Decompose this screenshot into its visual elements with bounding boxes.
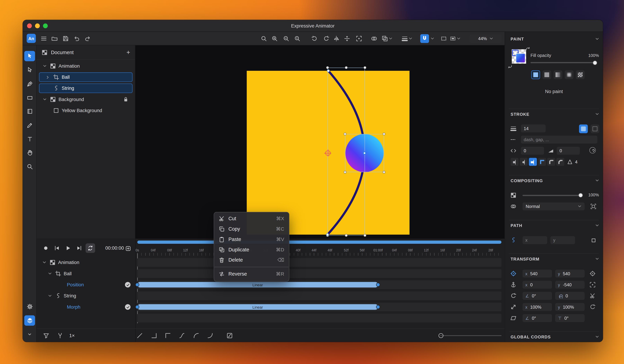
ruler-label[interactable]: 08f bbox=[408, 248, 413, 252]
easing-in-out-button[interactable] bbox=[178, 331, 186, 340]
add-document-button[interactable]: + bbox=[126, 49, 130, 55]
selection-handle[interactable] bbox=[383, 133, 385, 135]
fill-opacity-slider[interactable] bbox=[530, 62, 597, 63]
library-tool[interactable] bbox=[24, 106, 35, 117]
join-round-button[interactable] bbox=[547, 158, 555, 166]
keyframe-dot[interactable] bbox=[135, 305, 139, 309]
chevron-right-icon[interactable] bbox=[45, 75, 51, 79]
join-bevel-button[interactable] bbox=[556, 158, 564, 166]
rotation-turns-field[interactable]: 0 bbox=[555, 292, 585, 300]
go-to-end-button[interactable] bbox=[75, 243, 84, 253]
direct-select-tool[interactable] bbox=[24, 65, 35, 75]
insert-keyframe-button[interactable] bbox=[124, 244, 133, 253]
select-marquee-button[interactable] bbox=[439, 34, 448, 43]
uniform-scale-button[interactable] bbox=[589, 303, 597, 311]
snap-button[interactable] bbox=[420, 34, 429, 43]
cap-round-button[interactable] bbox=[520, 158, 528, 166]
paint-type-radial-gradient-button[interactable] bbox=[565, 71, 574, 79]
document-panel-header[interactable]: Document + bbox=[37, 45, 135, 60]
menu-item-delete[interactable]: Delete ⌫ bbox=[214, 255, 289, 265]
ruler-label[interactable]: 16f bbox=[199, 248, 204, 252]
selection-handle[interactable] bbox=[364, 234, 366, 237]
playback-rate[interactable]: 1× bbox=[69, 331, 75, 340]
pencil-tool[interactable] bbox=[24, 120, 35, 130]
easing-custom-button[interactable] bbox=[225, 331, 234, 340]
ruler-label[interactable]: 04f bbox=[392, 248, 397, 252]
dash-offset-field[interactable]: 0 bbox=[521, 147, 544, 155]
chevron-down-icon[interactable] bbox=[47, 295, 52, 297]
ruler-label[interactable]: 48f bbox=[328, 248, 332, 252]
shape-tool[interactable] bbox=[24, 93, 35, 103]
stroke-section-header[interactable]: STROKE bbox=[511, 110, 599, 118]
track-lane[interactable] bbox=[137, 291, 501, 300]
layer-row-animation[interactable]: Animation bbox=[39, 61, 132, 71]
snap-options-button[interactable] bbox=[429, 34, 435, 43]
undo-button[interactable] bbox=[72, 34, 81, 43]
menu-item-paste[interactable]: Paste ⌘V bbox=[214, 234, 289, 245]
paint-type-linear-gradient-button[interactable] bbox=[553, 71, 562, 79]
path-x-input[interactable] bbox=[525, 238, 544, 243]
paint-type-solid-button[interactable] bbox=[531, 71, 540, 79]
opacity-knob[interactable] bbox=[578, 193, 583, 197]
close-path-button[interactable] bbox=[589, 236, 597, 244]
canvas[interactable] bbox=[135, 45, 505, 239]
hand-tool[interactable] bbox=[24, 147, 35, 158]
align-vertical-center-button[interactable] bbox=[342, 34, 352, 43]
zoom-out-button[interactable] bbox=[281, 34, 291, 43]
help-button[interactable] bbox=[589, 147, 596, 153]
swap-fill-stroke-icon[interactable] bbox=[507, 64, 512, 69]
keyframe-span-morph[interactable]: Linear bbox=[137, 304, 378, 310]
easing-in-button[interactable] bbox=[206, 331, 214, 340]
ruler-label[interactable]: 52f bbox=[344, 248, 349, 252]
dash-pattern-field[interactable] bbox=[521, 136, 597, 144]
rotation-pivot[interactable] bbox=[325, 150, 331, 156]
menu-item-copy[interactable]: Copy ⌘C bbox=[214, 224, 289, 234]
menu-item-reverse[interactable]: Reverse ⌘R bbox=[214, 269, 289, 279]
ruler-label[interactable]: 0s bbox=[135, 248, 139, 252]
frame-selection-button[interactable] bbox=[354, 34, 364, 43]
collapse-strip-button[interactable] bbox=[24, 329, 35, 340]
menu-item-duplicate[interactable]: Duplicate ⌘D bbox=[214, 245, 289, 255]
select-tool[interactable] bbox=[24, 51, 35, 61]
track-lane[interactable] bbox=[137, 314, 501, 323]
layer-row-string[interactable]: String bbox=[39, 84, 132, 93]
easing-mode-button[interactable] bbox=[56, 331, 65, 340]
path-x-field[interactable] bbox=[522, 236, 547, 244]
paint-type-flat-button[interactable] bbox=[543, 71, 551, 79]
rotation-field[interactable]: ∠0° bbox=[522, 292, 552, 300]
property-enabled-check[interactable] bbox=[125, 304, 130, 310]
paint-type-pattern-button[interactable] bbox=[576, 71, 585, 79]
track-lane[interactable] bbox=[137, 258, 501, 267]
zoom-in-button[interactable] bbox=[270, 34, 279, 43]
position-y-field[interactable]: y540 bbox=[555, 269, 585, 277]
easing-linear-button[interactable] bbox=[135, 331, 144, 340]
ruler-label[interactable]: 01:00f bbox=[373, 248, 383, 252]
keyframe-dot[interactable] bbox=[376, 283, 380, 287]
timeline-row-morph[interactable]: Morph bbox=[37, 303, 135, 311]
timeline-zoom-track[interactable] bbox=[440, 335, 501, 336]
stroke-width-field[interactable]: 14 bbox=[521, 124, 546, 132]
paint-section-header[interactable]: PAINT bbox=[511, 35, 599, 43]
layer-row-yellow-background[interactable]: Yellow Background bbox=[39, 106, 132, 115]
cap-square-button[interactable] bbox=[529, 158, 537, 166]
keyframe-dot[interactable] bbox=[135, 283, 139, 287]
ruler-label[interactable]: 40f bbox=[296, 248, 300, 252]
open-file-button[interactable] bbox=[50, 34, 59, 43]
string-curve[interactable] bbox=[135, 45, 505, 239]
ruler-label[interactable]: 56f bbox=[360, 248, 364, 252]
easing-hold-start-button[interactable] bbox=[164, 331, 172, 340]
chevron-down-icon[interactable] bbox=[42, 98, 47, 101]
ruler-label[interactable]: 04f bbox=[151, 248, 156, 252]
selection-handle[interactable] bbox=[344, 133, 346, 135]
play-button[interactable] bbox=[63, 243, 73, 253]
menu-item-cut[interactable]: Cut ⌘X bbox=[214, 214, 289, 224]
save-button[interactable] bbox=[61, 34, 71, 43]
zoom-select-button[interactable] bbox=[259, 34, 268, 43]
rotate-cw-button[interactable] bbox=[321, 34, 331, 43]
selection-handle[interactable] bbox=[344, 171, 346, 173]
transform-section-header[interactable]: TRANSFORM bbox=[511, 255, 599, 263]
keyframe-dot[interactable] bbox=[376, 305, 380, 309]
detach-rotation-button[interactable] bbox=[589, 292, 597, 300]
layers-panel-button[interactable] bbox=[24, 315, 35, 326]
redo-button[interactable] bbox=[83, 34, 92, 43]
